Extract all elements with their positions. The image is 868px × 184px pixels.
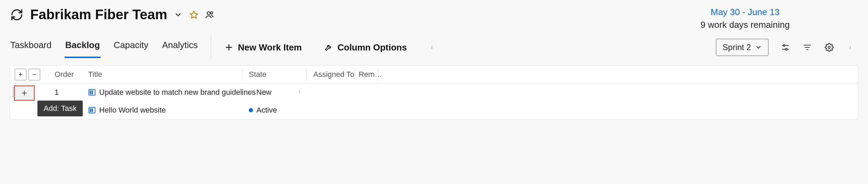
column-header-state[interactable]: State <box>249 70 266 79</box>
svg-point-15 <box>828 46 831 49</box>
overflow-menu-button[interactable] <box>846 42 856 53</box>
svg-point-6 <box>432 47 432 48</box>
cell-state: New <box>249 88 271 97</box>
sprint-picker[interactable]: Sprint 2 <box>716 39 768 56</box>
collapse-all-button[interactable]: − <box>28 69 40 80</box>
cell-order: 1 <box>55 88 59 97</box>
add-child-button[interactable]: + <box>14 85 35 101</box>
svg-point-2 <box>211 12 213 14</box>
view-tabs: Taskboard Backlog Capacity Analytics <box>10 37 198 58</box>
wrench-icon <box>324 43 333 51</box>
column-divider <box>306 68 307 80</box>
svg-rect-20 <box>90 91 91 94</box>
team-members-icon[interactable] <box>205 10 215 20</box>
settings-button[interactable] <box>824 42 834 53</box>
column-options-label: Column Options <box>337 42 407 53</box>
state-indicator-icon <box>249 108 253 112</box>
table-row[interactable]: + Add: Task 1 Update website to match ne… <box>10 83 858 101</box>
svg-point-5 <box>432 46 432 47</box>
cell-state: Active <box>249 106 277 115</box>
tab-capacity[interactable]: Capacity <box>113 37 149 58</box>
plus-icon: + <box>22 88 27 99</box>
product-backlog-item-icon <box>88 89 96 96</box>
svg-point-22 <box>299 90 300 91</box>
column-divider <box>242 68 242 80</box>
column-divider <box>378 68 378 80</box>
more-actions-button[interactable] <box>428 43 438 52</box>
grid-header: + − Order Title State Assigned To Rem… <box>10 66 858 83</box>
tab-taskboard[interactable]: Taskboard <box>10 37 52 58</box>
favorite-star-icon[interactable] <box>189 10 199 20</box>
svg-point-23 <box>299 91 300 91</box>
backlog-grid: + − Order Title State Assigned To Rem… +… <box>10 65 858 119</box>
cell-title[interactable]: Update website to match new brand guidel… <box>88 88 256 97</box>
tab-backlog[interactable]: Backlog <box>65 37 101 58</box>
svg-point-1 <box>207 12 210 15</box>
svg-marker-0 <box>190 11 198 18</box>
svg-point-7 <box>432 48 432 49</box>
work-item-title: Hello World website <box>99 106 166 115</box>
row-actions-button[interactable] <box>299 88 302 97</box>
column-header-remaining[interactable]: Rem… <box>359 70 382 79</box>
work-item-title: Update website to match new brand guidel… <box>99 88 256 97</box>
expand-all-button[interactable]: + <box>15 69 26 80</box>
filter-button[interactable] <box>802 42 812 53</box>
state-indicator-icon <box>249 90 253 94</box>
work-days-remaining: 9 work days remaining <box>701 20 790 30</box>
state-label: New <box>256 88 271 97</box>
column-header-assigned[interactable]: Assigned To <box>313 70 354 79</box>
plus-icon <box>225 43 233 51</box>
page-title: Fabrikam Fiber Team <box>30 7 167 22</box>
new-work-item-button[interactable]: New Work Item <box>223 40 303 55</box>
sprint-picker-label: Sprint 2 <box>722 43 751 52</box>
cell-title[interactable]: Hello World website <box>88 106 166 115</box>
table-row[interactable]: Hello World website Active <box>10 101 858 119</box>
svg-point-11 <box>786 48 787 50</box>
svg-rect-26 <box>90 108 91 112</box>
svg-rect-21 <box>92 91 93 94</box>
column-header-title[interactable]: Title <box>88 70 102 79</box>
tab-analytics[interactable]: Analytics <box>161 37 198 58</box>
svg-point-18 <box>850 48 851 49</box>
svg-point-9 <box>783 45 785 46</box>
svg-rect-27 <box>92 108 93 112</box>
column-header-order[interactable]: Order <box>55 70 74 79</box>
new-work-item-label: New Work Item <box>238 42 302 53</box>
toolbar-divider <box>211 36 211 58</box>
svg-point-17 <box>850 47 851 48</box>
svg-point-24 <box>299 92 300 92</box>
product-backlog-item-icon <box>88 106 96 114</box>
svg-point-16 <box>850 46 851 47</box>
column-options-button[interactable]: Column Options <box>323 40 408 55</box>
state-label: Active <box>256 106 277 115</box>
iteration-date-range[interactable]: May 30 - June 13 <box>701 7 790 18</box>
view-options-button[interactable] <box>780 42 790 53</box>
add-task-tooltip: Add: Task <box>37 101 83 116</box>
column-divider <box>355 68 355 80</box>
team-picker-chevron-icon[interactable] <box>173 10 183 20</box>
chevron-down-icon <box>755 44 762 51</box>
cycle-icon <box>10 8 24 22</box>
